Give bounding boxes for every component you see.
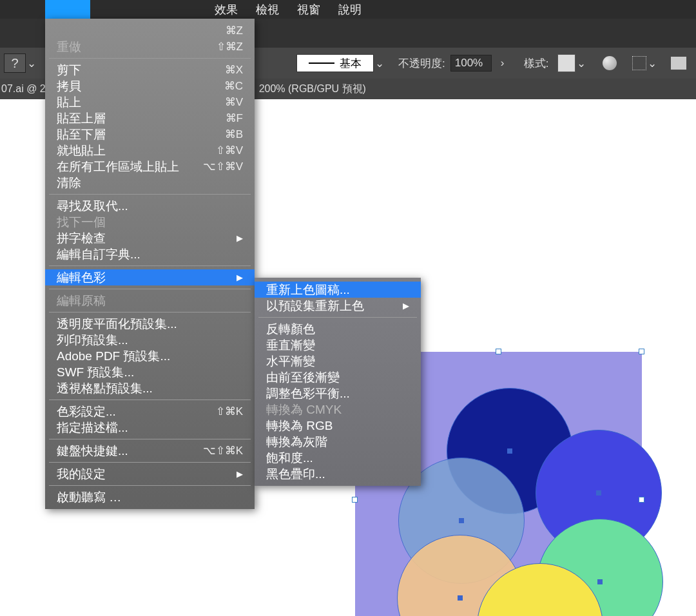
menu-item: 找下一個 <box>45 214 255 230</box>
menu-item[interactable]: 貼上⌘V <box>45 94 255 110</box>
submenu-item-label: 反轉顏色 <box>266 321 315 338</box>
menu-item[interactable]: 剪下⌘X <box>45 62 255 78</box>
selection-handle[interactable] <box>496 349 501 354</box>
menu-item[interactable]: 拷貝⌘C <box>45 78 255 94</box>
submenu-item[interactable]: 由前至後漸變 <box>255 369 421 385</box>
menu-item[interactable]: 啟動聽寫 … <box>45 489 255 505</box>
menu-item: 重做⇧⌘Z <box>45 39 255 55</box>
menu-item[interactable]: 指定描述檔... <box>45 419 255 436</box>
menu-item-label: 編輯自訂字典... <box>57 246 140 263</box>
submenu-item-label: 調整色彩平衡... <box>266 385 350 402</box>
opacity-value: 100% <box>455 57 483 70</box>
menu-item-label: 鍵盤快捷鍵... <box>57 443 128 459</box>
doc-tab-left[interactable]: 07.ai @ 25 <box>0 83 52 95</box>
menu-item-label: 編輯原稿 <box>57 293 106 309</box>
menu-item-label: 剪下 <box>57 62 81 79</box>
menu-item-effect[interactable]: 效果 <box>215 2 238 17</box>
menu-item: 編輯原稿 <box>45 293 255 309</box>
chevron-down-icon[interactable]: ⌄ <box>577 57 588 70</box>
menu-item-label: 透明度平面化預設集... <box>57 316 177 332</box>
submenu-item[interactable]: 重新上色圖稿... <box>255 282 421 298</box>
menu-item[interactable]: 貼至上層⌘F <box>45 110 255 126</box>
anchor-point[interactable] <box>459 518 464 523</box>
edit-colors-submenu: 重新上色圖稿...以預設集重新上色▶反轉顏色垂直漸變水平漸變由前至後漸變調整色彩… <box>255 278 421 486</box>
menu-item-view[interactable]: 檢視 <box>256 2 279 17</box>
selection-handle[interactable] <box>639 497 644 503</box>
grid-icon[interactable] <box>632 56 646 70</box>
stroke-preview <box>309 63 334 64</box>
submenu-item-label: 轉換為 CMYK <box>266 401 342 418</box>
submenu-item[interactable]: 轉換為灰階 <box>255 434 421 450</box>
style-swatch[interactable] <box>557 54 575 72</box>
submenu-arrow-icon: ▶ <box>237 233 243 243</box>
menu-item-help[interactable]: 說明 <box>338 2 362 17</box>
submenu-item[interactable]: 以預設集重新上色▶ <box>255 298 421 314</box>
chevron-down-icon[interactable]: ⌄ <box>648 57 659 70</box>
menu-item-label: 清除 <box>57 175 81 191</box>
menu-item[interactable]: SWF 預設集... <box>45 364 255 380</box>
submenu-item[interactable]: 反轉顏色 <box>255 321 421 337</box>
anchor-point[interactable] <box>597 579 603 584</box>
menu-item[interactable]: 編輯色彩▶ <box>45 269 255 285</box>
doc-tab[interactable]: 200% (RGB/GPU 預視) <box>259 82 366 96</box>
menu-item-label: 貼至上層 <box>57 110 106 127</box>
selection-swatch[interactable]: ? <box>4 53 26 73</box>
align-icon[interactable] <box>671 57 686 70</box>
menu-item-label: 找下一個 <box>57 214 106 231</box>
submenu-item[interactable]: 水平漸變 <box>255 353 421 369</box>
menu-item[interactable]: 色彩設定...⇧⌘K <box>45 403 255 419</box>
menu-item[interactable]: 在所有工作區域上貼上⌥⇧⌘V <box>45 159 255 175</box>
menu-item[interactable]: 列印預設集... <box>45 332 255 348</box>
menu-item-label: 貼上 <box>57 94 81 111</box>
submenu-item[interactable]: 轉換為 RGB <box>255 418 421 434</box>
stroke-style-dropdown[interactable]: 基本 <box>296 54 374 72</box>
menu-item: ⌘Z <box>45 23 255 39</box>
submenu-item-label: 水平漸變 <box>266 353 315 370</box>
menu-shortcut: ⌘Z <box>226 24 243 37</box>
anchor-point[interactable] <box>596 490 601 496</box>
menu-item[interactable]: 鍵盤快捷鍵...⌥⇧⌘K <box>45 443 255 459</box>
submenu-item[interactable]: 調整色彩平衡... <box>255 385 421 401</box>
opacity-label: 不透明度: <box>398 56 445 71</box>
menu-item[interactable]: 透視格點預設集... <box>45 380 255 396</box>
chevron-down-icon[interactable]: ⌄ <box>27 57 39 70</box>
submenu-item-label: 轉換為 RGB <box>266 418 333 434</box>
submenu-item[interactable]: 垂直漸變 <box>255 337 421 353</box>
globe-icon[interactable] <box>603 56 617 70</box>
menu-item-label: 列印預設集... <box>57 332 128 349</box>
menu-item-label: 拼字檢查 <box>57 230 106 247</box>
anchor-point[interactable] <box>507 448 512 454</box>
submenu-item-label: 垂直漸變 <box>266 337 315 354</box>
menu-item-label: Adobe PDF 預設集... <box>57 348 170 365</box>
menu-item[interactable]: Adobe PDF 預設集... <box>45 348 255 364</box>
menu-item-label: 透視格點預設集... <box>57 380 153 397</box>
menu-item[interactable]: 就地貼上⇧⌘V <box>45 142 255 159</box>
selection-handle[interactable] <box>639 349 644 354</box>
opacity-input[interactable]: 100% <box>450 55 492 72</box>
menu-item-label: 在所有工作區域上貼上 <box>57 159 179 175</box>
menu-item[interactable]: 貼至下層⌘B <box>45 126 255 142</box>
active-menu-highlight[interactable] <box>45 0 90 19</box>
style-label: 樣式: <box>524 56 549 71</box>
submenu-item[interactable]: 飽和度... <box>255 450 421 466</box>
question-icon: ? <box>11 56 18 71</box>
menu-item-label: 色彩設定... <box>57 403 116 420</box>
menu-item[interactable]: 拼字檢查▶ <box>45 230 255 246</box>
edit-menu-dropdown: ⌘Z重做⇧⌘Z剪下⌘X拷貝⌘C貼上⌘V貼至上層⌘F貼至下層⌘B就地貼上⇧⌘V在所… <box>45 19 255 509</box>
menu-item[interactable]: 尋找及取代... <box>45 198 255 214</box>
menu-item[interactable]: 清除 <box>45 175 255 191</box>
menu-item[interactable]: 透明度平面化預設集... <box>45 316 255 332</box>
chevron-down-icon[interactable]: ⌄ <box>375 57 387 70</box>
menu-item-label: 我的設定 <box>57 466 106 483</box>
submenu-item-label: 轉換為灰階 <box>266 434 327 450</box>
anchor-point[interactable] <box>458 595 463 601</box>
menu-shortcut: ⌘B <box>225 128 243 141</box>
selection-handle[interactable] <box>352 497 358 503</box>
menu-item[interactable]: 編輯自訂字典... <box>45 246 255 262</box>
submenu-item: 轉換為 CMYK <box>255 401 421 418</box>
menu-item-window[interactable]: 視窗 <box>297 2 320 17</box>
chevron-right-icon[interactable]: › <box>501 57 512 70</box>
menu-item-label: 重做 <box>57 39 81 55</box>
submenu-item[interactable]: 黑色疊印... <box>255 466 421 482</box>
menu-item[interactable]: 我的設定▶ <box>45 466 255 482</box>
